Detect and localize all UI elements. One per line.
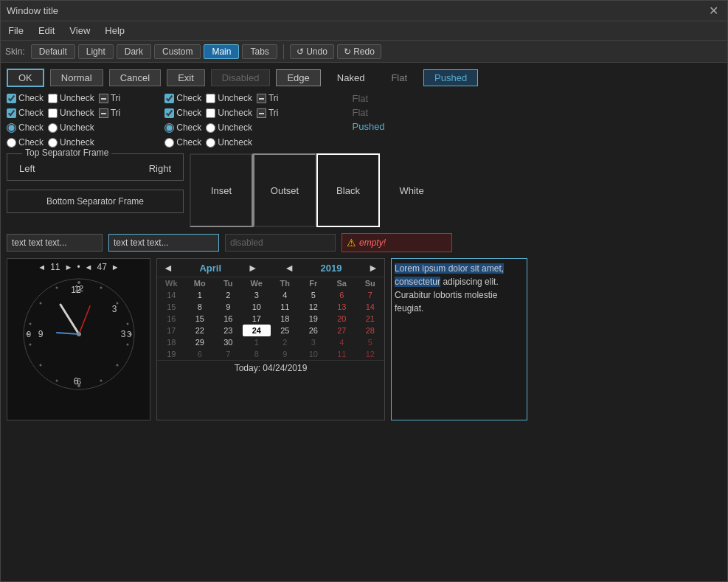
cal-day-27[interactable]: 27 [327,325,356,336]
radio-uncheck-label[interactable]: Uncheck [48,122,94,133]
cal-day-30[interactable]: 30 [214,336,243,348]
cal-day-12-next[interactable]: 12 [356,348,385,360]
cal-day-12[interactable]: 12 [299,301,328,313]
check-r1-input[interactable] [164,94,174,103]
cal-day-23[interactable]: 23 [214,325,243,336]
cal-day-11-next[interactable]: 11 [327,348,356,360]
menu-file[interactable]: File [5,25,27,36]
cal-day-4[interactable]: 4 [271,289,299,301]
uncheck-label-2[interactable]: Uncheck [48,108,94,118]
text-input-warning[interactable]: ⚠ empty! [342,233,452,252]
uncheck-r2[interactable]: Uncheck [206,108,252,118]
cal-day-10[interactable]: 10 [243,301,271,313]
menu-help[interactable]: Help [102,25,128,36]
normal-button[interactable]: Normal [50,69,103,86]
cal-day-22[interactable]: 22 [186,325,215,336]
check-r2[interactable]: Check [164,108,201,118]
radio-check-2[interactable] [7,138,16,148]
clock-hour-next[interactable]: ► [65,263,73,271]
cal-day-4-next[interactable]: 4 [327,336,356,348]
cal-day-14[interactable]: 14 [356,301,385,313]
tri-r2[interactable]: Tri [257,108,279,118]
tri-label-2[interactable]: Tri [99,108,121,118]
textarea-widget[interactable]: Lorem ipsum dolor sit amet, consectetur … [391,258,527,420]
skin-main[interactable]: Main [204,44,239,59]
radio-r1-input[interactable] [164,123,174,133]
cal-day-26[interactable]: 26 [299,325,328,336]
cal-day-2-next[interactable]: 2 [271,336,299,348]
radio-check-label-2[interactable]: Check [7,137,44,148]
clock-min-prev[interactable]: ◄ [85,263,93,271]
cal-day-21[interactable]: 21 [356,313,385,325]
cal-day-6-next[interactable]: 6 [186,348,215,360]
exit-button[interactable]: Exit [167,69,205,86]
clock-min-next[interactable]: ► [111,263,119,271]
uncheck-r1-input[interactable] [206,94,215,103]
cal-day-10-next[interactable]: 10 [299,348,328,360]
close-button[interactable]: ✕ [706,4,721,18]
cal-day-11[interactable]: 11 [271,301,299,313]
skin-custom[interactable]: Custom [154,44,201,59]
uncheck-input-2[interactable] [48,108,58,118]
uncheck-input[interactable] [48,94,58,103]
cal-day-17[interactable]: 17 [243,313,271,325]
cancel-button[interactable]: Cancel [109,69,161,86]
cal-day-20[interactable]: 20 [327,313,356,325]
cal-year-next[interactable]: ► [368,262,378,274]
cal-day-3[interactable]: 3 [243,289,271,301]
cal-day-28[interactable]: 28 [356,325,385,336]
cal-day-7-next[interactable]: 7 [214,348,243,360]
ok-button[interactable]: OK [7,69,44,87]
check-checked-label[interactable]: Check [7,93,44,103]
check-checked-label-2[interactable]: Check [7,108,44,118]
radio-ru1[interactable]: Uncheck [206,122,252,133]
tri-label-1[interactable]: Tri [99,93,121,103]
cal-day-25[interactable]: 25 [271,325,299,336]
cal-month-prev[interactable]: ◄ [163,262,173,274]
cal-day-19[interactable]: 19 [299,313,328,325]
skin-dark[interactable]: Dark [117,44,151,59]
cal-day-5[interactable]: 5 [299,289,328,301]
radio-uncheck-label-2[interactable]: Uncheck [48,137,94,148]
cal-day-8-next[interactable]: 8 [243,348,271,360]
text-input-normal[interactable] [7,234,103,252]
cal-day-1-next[interactable]: 1 [243,336,271,348]
flat-button[interactable]: Flat [381,70,417,86]
uncheck-r2-input[interactable] [206,108,215,118]
cal-day-5-next[interactable]: 5 [356,336,385,348]
cal-day-2[interactable]: 2 [214,289,243,301]
cal-month-next[interactable]: ► [248,262,258,274]
cal-day-3-next[interactable]: 3 [299,336,328,348]
radio-ru1-input[interactable] [206,123,215,133]
text-input-cursor[interactable] [108,234,219,252]
uncheck-unchecked-label[interactable]: Uncheck [48,93,94,103]
cal-day-9-next[interactable]: 9 [271,348,299,360]
radio-uncheck-2[interactable] [48,138,58,148]
cal-day-15[interactable]: 15 [186,313,215,325]
uncheck-r1[interactable]: Uncheck [206,93,252,103]
tri-r1[interactable]: Tri [257,93,279,103]
radio-ru2[interactable]: Uncheck [206,137,252,148]
radio-ru2-input[interactable] [206,138,215,148]
skin-default[interactable]: Default [31,44,75,59]
undo-button[interactable]: ↺ Undo [290,44,334,59]
edge-button[interactable]: Edge [276,69,320,86]
radio-r2-input[interactable] [164,138,174,148]
cal-day-29[interactable]: 29 [186,336,215,348]
radio-r2[interactable]: Check [164,137,201,148]
check-r2-input[interactable] [164,108,174,118]
cal-day-7[interactable]: 7 [356,289,385,301]
menu-edit[interactable]: Edit [35,25,58,36]
radio-check-label[interactable]: Check [7,122,44,133]
check-r1[interactable]: Check [164,93,201,103]
cal-day-1[interactable]: 1 [186,289,215,301]
cal-day-24-today[interactable]: 24 [243,325,271,336]
radio-r1[interactable]: Check [164,122,201,133]
radio-uncheck[interactable] [48,123,58,133]
cal-day-9[interactable]: 9 [214,301,243,313]
cal-year-prev[interactable]: ◄ [284,262,294,274]
pushed-button[interactable]: Pushed [423,69,478,86]
skin-light[interactable]: Light [78,44,114,59]
cal-day-8[interactable]: 8 [186,301,215,313]
skin-tabs[interactable]: Tabs [242,44,277,59]
